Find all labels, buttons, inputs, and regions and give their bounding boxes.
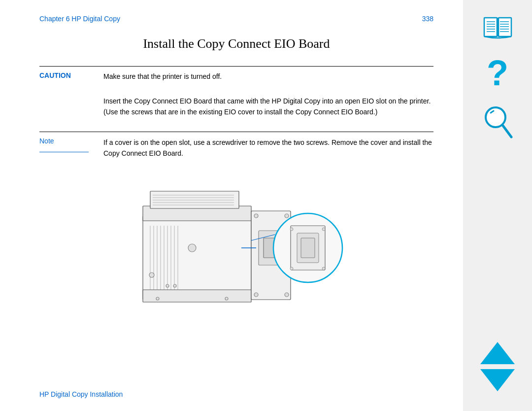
- svg-rect-42: [484, 18, 497, 36]
- page-header: Chapter 6 HP Digital Copy 338: [39, 15, 433, 23]
- svg-point-27: [254, 214, 258, 218]
- svg-point-37: [290, 228, 293, 231]
- nav-arrows: [480, 342, 515, 401]
- svg-rect-36: [301, 238, 315, 258]
- note-text: If a cover is on the open slot, use a sc…: [103, 137, 433, 159]
- svg-point-18: [188, 244, 196, 252]
- right-sidebar: ?: [463, 0, 532, 411]
- illustration-area: [39, 174, 433, 317]
- svg-point-56: [486, 107, 505, 127]
- footer-text: HP Digital Copy Installation: [39, 390, 123, 398]
- chapter-label: Chapter 6 HP Digital Copy: [39, 15, 120, 23]
- search-icon[interactable]: [478, 103, 517, 143]
- svg-point-22: [156, 297, 159, 300]
- svg-point-28: [285, 214, 289, 218]
- svg-text:?: ?: [487, 56, 508, 93]
- svg-rect-43: [499, 18, 511, 36]
- svg-rect-0: [143, 216, 251, 300]
- svg-rect-17: [143, 290, 251, 302]
- printer-illustration: [113, 176, 360, 314]
- svg-point-30: [285, 293, 289, 297]
- note-underline: [39, 152, 89, 152]
- book-icon[interactable]: [478, 10, 517, 44]
- arrow-up-button[interactable]: [480, 342, 515, 364]
- main-content: Chapter 6 HP Digital Copy 338 Install th…: [0, 0, 463, 411]
- page-number: 338: [422, 15, 433, 23]
- page-footer: HP Digital Copy Installation: [39, 390, 123, 399]
- caution-section: CAUTION Make sure that the printer is tu…: [39, 66, 433, 82]
- note-label-container: Note: [39, 137, 103, 152]
- svg-rect-2: [150, 191, 239, 208]
- svg-point-29: [254, 293, 258, 297]
- svg-point-20: [166, 284, 169, 287]
- svg-point-39: [290, 267, 293, 270]
- caution-text: Make sure that the printer is turned off…: [103, 71, 222, 82]
- svg-point-40: [322, 267, 325, 270]
- svg-point-19: [149, 273, 154, 277]
- body-paragraph: Insert the Copy Connect EIO Board that c…: [103, 96, 433, 118]
- question-icon[interactable]: ?: [478, 54, 517, 94]
- svg-point-23: [225, 297, 228, 300]
- caution-label: CAUTION: [39, 71, 103, 79]
- page-title: Install the Copy Connect EIO Board: [39, 36, 433, 51]
- arrow-down-button[interactable]: [480, 369, 515, 391]
- note-label: Note: [39, 137, 103, 145]
- note-section: Note If a cover is on the open slot, use…: [39, 132, 433, 159]
- svg-point-38: [322, 228, 325, 231]
- svg-line-57: [503, 126, 511, 137]
- svg-point-21: [173, 284, 176, 287]
